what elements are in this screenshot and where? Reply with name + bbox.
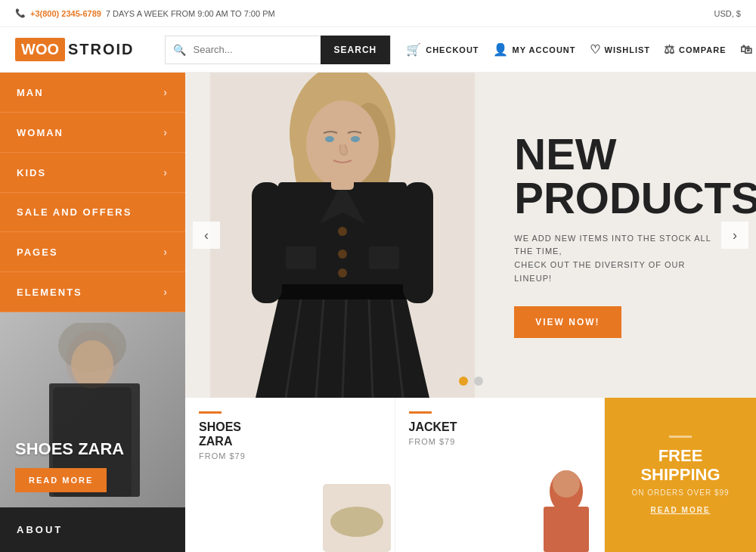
sidebar-item-pages[interactable]: PAGES › <box>0 232 185 272</box>
logo[interactable]: WOO STROID <box>15 38 135 61</box>
cart-nav-item[interactable]: 🛍 CarT 0 <box>740 42 756 57</box>
shoes-product-card: SHOES ZARA FROM $79 <box>185 398 395 552</box>
jacket-product-card: JACKET FROM $79 <box>395 398 606 552</box>
sidebar-item-woman[interactable]: WOMAN › <box>0 113 185 153</box>
svg-rect-21 <box>331 171 354 190</box>
chevron-right-icon: › <box>163 86 169 98</box>
svg-point-10 <box>325 136 334 142</box>
chevron-right-icon: › <box>163 126 169 138</box>
my-account-nav-item[interactable]: 👤 MY ACCOUNT <box>493 42 576 57</box>
main-content: MAN › WOMAN › KIDS › SALE AND OFFERS PAG… <box>0 73 756 552</box>
chevron-right-icon: › <box>163 246 169 258</box>
sidebar-promo: SHOES ZARA READ MORE <box>0 312 185 507</box>
top-bar-left: 📞 +3(800) 2345-6789 7 DAYS A WEEK FROM 9… <box>15 8 275 18</box>
promo-read-more-button[interactable]: READ MORE <box>15 468 107 492</box>
slider-dot-2[interactable] <box>474 377 483 386</box>
wishlist-nav-item[interactable]: ♡ WISHLIST <box>590 42 651 57</box>
header: WOO STROID 🔍 SEARCH 🛒 CHECKOUT 👤 MY ACCO… <box>0 27 756 73</box>
compare-icon: ⚖ <box>664 42 675 57</box>
hero-text-area: NEW PRODUCTS WE ADD NEW ITEMS INTO THE S… <box>499 102 756 368</box>
currency-selector[interactable]: USD, $ <box>714 9 741 18</box>
hero-subtitle: WE ADD NEW ITEMS INTO THE STOCK ALL THE … <box>514 232 726 285</box>
phone-number: +3(800) 2345-6789 <box>30 9 101 18</box>
slider-next-button[interactable]: › <box>721 222 748 249</box>
svg-rect-19 <box>252 182 282 303</box>
product-price: FROM $79 <box>199 451 381 461</box>
hours-text: 7 DAYS A WEEK FROM 9:00 AM TO 7:00 PM <box>106 9 275 18</box>
free-shipping-card: FREE SHIPPING ON ORDERS OVER $99 READ MO… <box>605 398 756 552</box>
search-icon: 🔍 <box>166 44 194 56</box>
wishlist-icon: ♡ <box>590 42 601 57</box>
promo-content: SHOES ZARA READ MORE <box>15 439 170 492</box>
chevron-right-icon: › <box>163 286 169 298</box>
sidebar: MAN › WOMAN › KIDS › SALE AND OFFERS PAG… <box>0 73 185 552</box>
top-bar: 📞 +3(800) 2345-6789 7 DAYS A WEEK FROM 9… <box>0 0 756 27</box>
logo-woo: WOO <box>15 38 65 61</box>
search-input[interactable] <box>194 44 321 55</box>
shipping-accent <box>669 436 692 438</box>
cart-icon: 🛍 <box>740 43 753 57</box>
svg-rect-31 <box>544 507 589 552</box>
checkout-nav-item[interactable]: 🛒 CHECKOUT <box>406 42 479 57</box>
sidebar-about[interactable]: ABOUT <box>0 507 185 552</box>
hero-title: NEW PRODUCTS <box>514 132 726 220</box>
svg-point-14 <box>338 227 347 236</box>
hero-slider: NEW PRODUCTS WE ADD NEW ITEMS INTO THE S… <box>185 73 756 398</box>
promo-title: SHOES ZARA <box>15 439 170 459</box>
svg-rect-17 <box>286 247 316 269</box>
sidebar-item-kids[interactable]: KIDS › <box>0 153 185 193</box>
logo-stroid: STROID <box>68 41 135 58</box>
product-price: FROM $79 <box>409 437 591 446</box>
hero-image <box>185 73 499 398</box>
svg-point-3 <box>71 340 113 389</box>
svg-rect-20 <box>403 182 433 303</box>
product-title: SHOES ZARA <box>199 420 381 448</box>
svg-rect-18 <box>369 247 399 269</box>
account-icon: 👤 <box>493 42 509 57</box>
bottom-cards: SHOES ZARA FROM $79 JACKET FROM $79 <box>185 398 756 552</box>
svg-point-11 <box>351 136 360 142</box>
search-button[interactable]: SEARCH <box>321 36 391 64</box>
shipping-subtitle: ON ORDERS OVER $99 <box>631 488 729 497</box>
svg-point-30 <box>553 470 580 498</box>
svg-point-15 <box>338 250 347 259</box>
header-nav: 🛒 CHECKOUT 👤 MY ACCOUNT ♡ WISHLIST ⚖ CoM… <box>406 42 756 57</box>
slider-prev-button[interactable]: ‹ <box>193 222 220 249</box>
right-content: NEW PRODUCTS WE ADD NEW ITEMS INTO THE S… <box>185 73 756 552</box>
phone-icon: 📞 <box>15 8 26 18</box>
sidebar-item-elements[interactable]: ELEMENTS › <box>0 272 185 312</box>
search-bar: 🔍 SEARCH <box>165 36 392 64</box>
shipping-read-more[interactable]: READ MORE <box>650 506 710 514</box>
svg-rect-13 <box>278 284 407 299</box>
slider-dot-1[interactable] <box>459 377 468 386</box>
shoes-image <box>319 469 395 552</box>
svg-point-28 <box>330 507 383 537</box>
card-accent <box>199 411 222 414</box>
sidebar-item-man[interactable]: MAN › <box>0 73 185 113</box>
checkout-icon: 🛒 <box>406 42 422 57</box>
sidebar-menu: MAN › WOMAN › KIDS › SALE AND OFFERS PAG… <box>0 73 185 312</box>
chevron-right-icon: › <box>163 166 169 178</box>
product-title: JACKET <box>409 420 591 434</box>
shipping-title: FREE SHIPPING <box>640 447 720 483</box>
jacket-image <box>528 469 604 552</box>
card-accent <box>409 411 432 414</box>
sidebar-item-sale[interactable]: SALE AND OFFERS <box>0 193 185 232</box>
compare-nav-item[interactable]: ⚖ CoMpARE <box>664 42 726 57</box>
promo-background: SHOES ZARA READ MORE <box>0 312 185 507</box>
slider-dots <box>459 377 483 386</box>
svg-point-16 <box>338 268 347 278</box>
hero-cta-button[interactable]: VIEW NOW! <box>514 306 621 338</box>
